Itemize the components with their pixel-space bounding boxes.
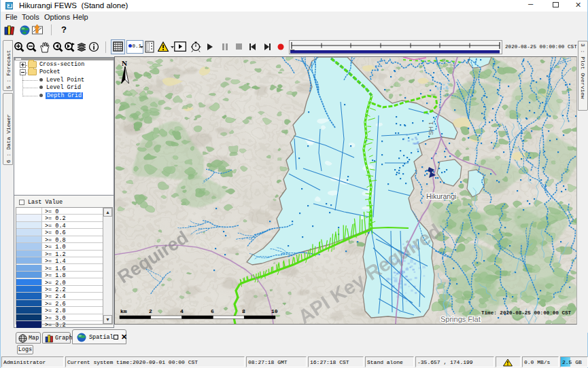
svg-text:4: 4: [180, 308, 184, 314]
svg-text:8: 8: [242, 308, 245, 314]
svg-text:Springs Flat: Springs Flat: [440, 315, 481, 323]
svg-text:SH 1: SH 1: [428, 122, 434, 135]
svg-text:6: 6: [211, 308, 214, 314]
svg-text:Hikurangi: Hikurangi: [426, 192, 456, 200]
svg-text:2: 2: [149, 308, 152, 314]
svg-text:Time: 2020-08-25 00:00:00 CST: Time: 2020-08-25 00:00:00 CST: [481, 310, 572, 316]
svg-text:10: 10: [271, 308, 278, 314]
svg-text:N: N: [122, 59, 127, 67]
svg-text:km: km: [120, 308, 127, 314]
